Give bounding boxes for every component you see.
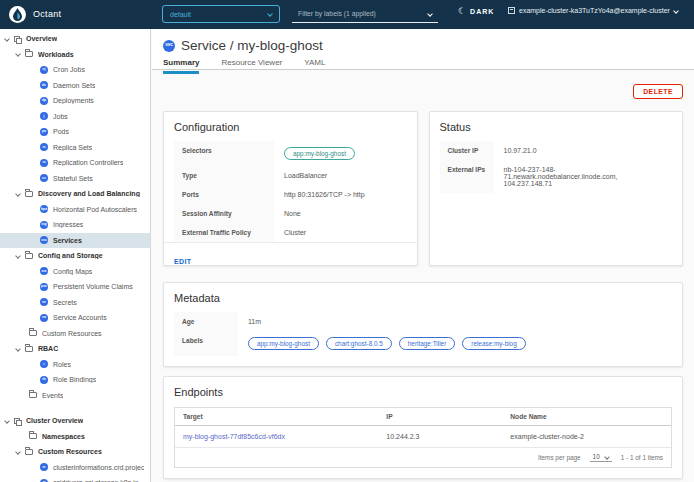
page-title: svc Service / my-blog-ghost xyxy=(163,38,694,53)
roles-icon: r xyxy=(40,360,48,368)
age-label: Age xyxy=(174,312,238,331)
endpoint-target-link[interactable]: my-blog-ghost-77df85c6cd-vf6dx xyxy=(183,433,285,440)
sidebar-item-workloads[interactable]: Workloads xyxy=(0,47,150,63)
sidebar-item-horizontal-pod-autoscalers[interactable]: hpa Horizontal Pod Autoscalers xyxy=(0,202,150,218)
chevron-down-icon xyxy=(15,51,21,57)
type-label: Type xyxy=(174,166,274,185)
sidebar-item-overview[interactable]: Overview xyxy=(0,31,150,47)
label-filter-placeholder: Filter by labels (1 applied) xyxy=(298,10,376,17)
sidebar-item-config-and-storage[interactable]: Config and Storage xyxy=(0,248,150,264)
sidebar-item-pods[interactable]: po Pods xyxy=(0,124,150,140)
sidebar-item-persistent-volume-claims[interactable]: pvc Persistent Volume Claims xyxy=(0,279,150,295)
metadata-card: Metadata Age 11m Labels app:my-blog-ghos… xyxy=(163,282,683,367)
folder-icon xyxy=(29,330,37,336)
namespace-select[interactable]: default xyxy=(162,5,280,23)
pods-icon: po xyxy=(40,128,48,136)
sidebar-item-jobs[interactable]: j Jobs xyxy=(0,109,150,125)
cluster-context-selector[interactable]: example-cluster-ka3TuTzYo4a@example-clus… xyxy=(508,7,678,14)
moon-icon: ☾ xyxy=(458,7,466,16)
status-title: Status xyxy=(430,112,683,138)
column-header-target: Target xyxy=(175,408,378,426)
pagination-range-label: 1 - 1 of 1 items xyxy=(621,454,663,461)
cluster-context-label: example-cluster-ka3TuTzYo4a@example-clus… xyxy=(519,7,670,14)
namespace-selected-value: default xyxy=(170,11,191,18)
service-accounts-icon: sa xyxy=(40,314,48,322)
chevron-down-icon xyxy=(4,36,10,42)
sidebar-item-replica-sets[interactable]: rs Replica Sets xyxy=(0,140,150,156)
chevron-down-icon xyxy=(15,191,21,197)
sidebar-item-cron-jobs[interactable]: cj Cron Jobs xyxy=(0,62,150,78)
label-filter-input[interactable]: Filter by labels (1 applied) xyxy=(292,5,438,23)
jobs-icon: j xyxy=(40,112,48,120)
label-badge[interactable]: chart:ghost-8.0.5 xyxy=(326,337,392,350)
sidebar-item-roles[interactable]: r Roles xyxy=(0,357,150,373)
items-per-page-select[interactable]: 10 xyxy=(590,453,612,462)
sidebar-item-ingresses[interactable]: ing Ingresses xyxy=(0,217,150,233)
replica-sets-icon: rs xyxy=(40,143,48,151)
sidebar-item-secrets[interactable]: se Secrets xyxy=(0,295,150,311)
age-value: 11m xyxy=(238,312,672,331)
sidebar-item-replication-controllers[interactable]: rc Replication Controllers xyxy=(0,155,150,171)
stateful-sets-icon: ss xyxy=(40,174,48,182)
chevron-down-icon xyxy=(15,253,21,259)
deployments-icon: dp xyxy=(40,97,48,105)
ports-label: Ports xyxy=(174,185,274,204)
app-title: Octant xyxy=(33,9,61,19)
sidebar-item-daemon-sets[interactable]: ds Daemon Sets xyxy=(0,78,150,94)
configuration-card: Configuration Selectors app:my-blog-ghos… xyxy=(163,111,418,266)
folder-icon xyxy=(29,392,37,398)
endpoints-card: Endpoints Target IP Node Name my-blog-gh… xyxy=(163,376,683,479)
sidebar-item-role-bindings[interactable]: rb Role Bindings xyxy=(0,372,150,388)
session-affinity-label: Session Affinity xyxy=(174,204,274,223)
labels-label: Labels xyxy=(174,331,238,356)
edit-link[interactable]: EDIT xyxy=(174,258,192,265)
selector-badge[interactable]: app:my-blog-ghost xyxy=(284,147,355,160)
label-badge[interactable]: app:my-blog-ghost xyxy=(248,337,319,350)
chevron-down-icon xyxy=(15,346,21,352)
sidebar-item-config-maps[interactable]: cm Config Maps xyxy=(0,264,150,280)
chevron-down-icon xyxy=(604,454,610,460)
theme-toggle[interactable]: ☾ DARK xyxy=(458,7,494,16)
folder-icon xyxy=(25,253,33,259)
services-icon: svc xyxy=(40,236,48,244)
cluster-ip-value: 10.97.21.0 xyxy=(494,141,673,160)
sidebar-item-service-accounts[interactable]: sa Service Accounts xyxy=(0,310,150,326)
labels-value: app:my-blog-ghost chart:ghost-8.0.5 heri… xyxy=(238,331,672,356)
objects-icon xyxy=(14,418,20,424)
sidebar-item-custom-resources[interactable]: Custom Resources xyxy=(0,326,150,342)
hpa-icon: hpa xyxy=(40,205,48,213)
cluster-icon xyxy=(508,7,515,14)
table-row: my-blog-ghost-77df85c6cd-vf6dx 10.244.2.… xyxy=(175,426,671,448)
sidebar-item-clusterinformations[interactable]: cr clusterinformations.crd.projec xyxy=(0,460,150,476)
sidebar-item-services[interactable]: svc Services xyxy=(0,233,150,249)
configuration-title: Configuration xyxy=(164,112,417,138)
sidebar-item-csidrivers[interactable]: cr csidrivers.csi.storage.k8s.io xyxy=(0,475,150,482)
table-pagination: Items per page 10 1 - 1 of 1 items xyxy=(175,448,671,467)
navigation-sidebar: Overview Workloads cj Cron Jobs ds Daemo… xyxy=(0,29,151,482)
ingresses-icon: ing xyxy=(40,221,48,229)
folder-icon xyxy=(25,191,33,197)
folder-icon xyxy=(25,449,33,455)
chevron-down-icon xyxy=(673,8,679,14)
delete-button[interactable]: DELETE xyxy=(633,84,683,99)
sidebar-item-events[interactable]: Events xyxy=(0,388,150,404)
endpoints-title: Endpoints xyxy=(164,377,682,403)
octant-logo-icon xyxy=(9,6,26,23)
label-badge[interactable]: heritage:Tiller xyxy=(399,337,455,350)
endpoint-node-name-value: example-cluster-node-2 xyxy=(502,426,671,448)
chevron-down-icon xyxy=(4,418,10,424)
sidebar-item-cluster-custom-resources[interactable]: Custom Resources xyxy=(0,444,150,460)
external-ips-label: External IPs xyxy=(440,160,494,193)
sidebar-item-stateful-sets[interactable]: ss Stateful Sets xyxy=(0,171,150,187)
sidebar-item-discovery-and-load-balancing[interactable]: Discovery and Load Balancing xyxy=(0,186,150,202)
sidebar-item-deployments[interactable]: dp Deployments xyxy=(0,93,150,109)
selectors-label: Selectors xyxy=(174,141,274,166)
sidebar-item-cluster-overview[interactable]: Cluster Overview xyxy=(0,413,150,429)
daemon-sets-icon: ds xyxy=(40,81,48,89)
octant-app: Octant default Filter by labels (1 appli… xyxy=(0,0,694,482)
sidebar-item-namespaces[interactable]: Namespaces xyxy=(0,429,150,445)
label-badge[interactable]: release:my-blog xyxy=(462,337,525,350)
sidebar-item-rbac[interactable]: RBAC xyxy=(0,341,150,357)
pvc-icon: pvc xyxy=(40,283,48,291)
column-header-ip: IP xyxy=(378,408,502,426)
